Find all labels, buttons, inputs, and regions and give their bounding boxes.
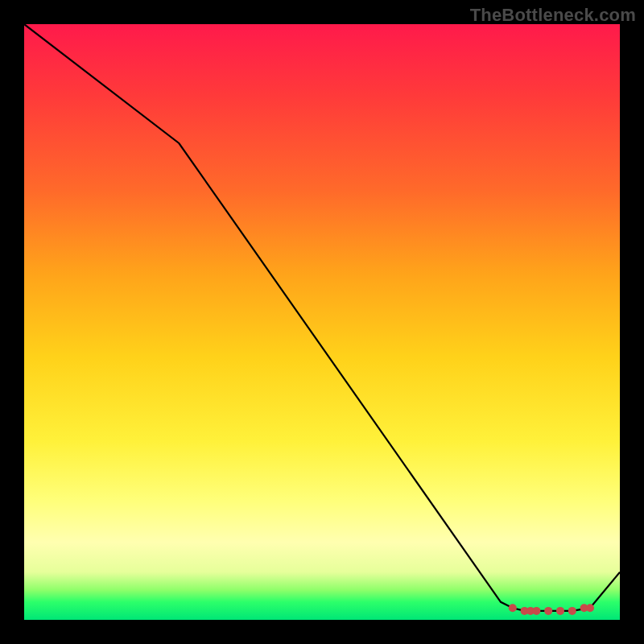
watermark-text: TheBottleneck.com [470, 5, 636, 26]
chart-plot-area [24, 24, 620, 620]
chart-frame: TheBottleneck.com [0, 0, 644, 644]
